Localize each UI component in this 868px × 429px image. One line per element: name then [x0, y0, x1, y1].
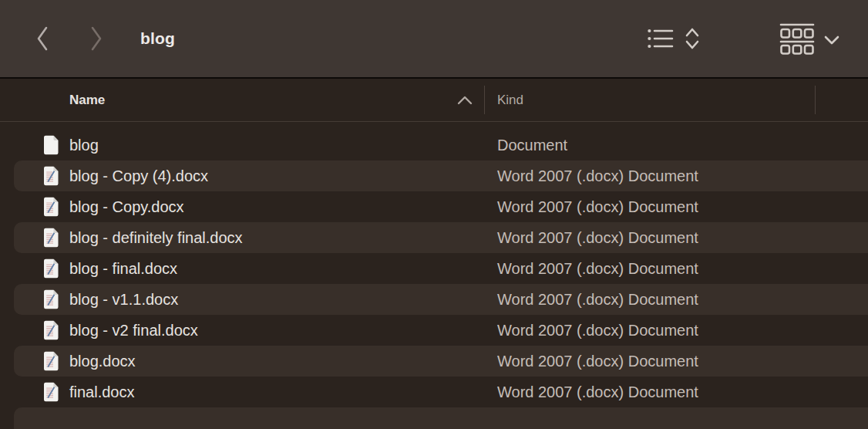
ruled-document-icon — [42, 197, 61, 218]
file-row[interactable]: blog - final.docx Word 2007 (.docx) Docu… — [0, 253, 868, 284]
file-kind: Word 2007 (.docx) Document — [497, 322, 698, 339]
ruled-document-icon — [42, 351, 61, 372]
blank-document-icon — [42, 135, 61, 156]
list-view-icon — [647, 27, 675, 50]
finder-window: blog — [0, 0, 868, 429]
column-divider[interactable] — [815, 86, 816, 114]
file-row[interactable]: blog - v2 final.docx Word 2007 (.docx) D… — [0, 315, 868, 346]
ruled-document-icon — [42, 382, 61, 403]
file-row[interactable]: blog - definitely final.docx Word 2007 (… — [0, 222, 868, 253]
view-mode-control[interactable] — [647, 26, 701, 51]
file-row[interactable]: final.docx Word 2007 (.docx) Document — [0, 377, 868, 407]
file-name: final.docx — [69, 383, 135, 401]
file-name: blog - Copy (4).docx — [69, 167, 208, 185]
file-row[interactable]: blog - Copy (4).docx Word 2007 (.docx) D… — [0, 160, 868, 191]
row-stripe — [14, 377, 868, 407]
file-row[interactable]: blog - v1.1.docx Word 2007 (.docx) Docum… — [0, 284, 868, 315]
file-name: blog - definitely final.docx — [69, 229, 243, 247]
chevron-down-icon — [823, 35, 840, 46]
column-header-kind[interactable]: Kind — [497, 93, 523, 108]
file-kind: Word 2007 (.docx) Document — [497, 260, 698, 278]
ruled-document-icon — [42, 228, 61, 248]
ruled-document-icon — [42, 382, 61, 403]
ruled-document-icon — [42, 320, 61, 341]
file-name: blog.docx — [69, 353, 136, 370]
file-name: blog - v1.1.docx — [69, 291, 178, 309]
sort-ascending-icon[interactable] — [456, 95, 473, 106]
empty-row — [0, 407, 868, 429]
window-title: blog — [140, 29, 175, 48]
file-row[interactable]: blog Document — [0, 130, 868, 160]
row-stripe — [14, 407, 868, 429]
ruled-document-icon — [42, 166, 61, 187]
group-grid-icon — [779, 22, 815, 55]
ruled-document-icon — [42, 166, 61, 187]
file-name: blog - v2 final.docx — [69, 322, 198, 339]
toolbar: blog — [0, 0, 868, 77]
blank-document-icon — [42, 135, 61, 156]
file-name: blog — [69, 137, 99, 154]
chevron-right-icon — [88, 25, 105, 52]
ruled-document-icon — [42, 320, 61, 341]
ruled-document-icon — [42, 351, 61, 372]
row-stripe — [14, 346, 868, 377]
file-kind: Word 2007 (.docx) Document — [497, 353, 698, 370]
ruled-document-icon — [42, 258, 61, 279]
file-row[interactable]: blog.docx Word 2007 (.docx) Document — [0, 346, 868, 377]
column-header-name[interactable]: Name — [69, 93, 105, 108]
file-row[interactable]: blog - Copy.docx Word 2007 (.docx) Docum… — [0, 191, 868, 222]
file-name: blog - Copy.docx — [69, 198, 184, 216]
column-divider[interactable] — [484, 86, 485, 114]
ruled-document-icon — [42, 258, 61, 279]
ruled-document-icon — [42, 228, 61, 248]
file-list: blog Document blog - Copy (4).docx Word … — [0, 122, 868, 429]
file-kind: Word 2007 (.docx) Document — [497, 383, 698, 401]
back-button[interactable] — [31, 23, 54, 54]
file-kind: Document — [497, 137, 567, 154]
file-kind: Word 2007 (.docx) Document — [497, 198, 698, 216]
ruled-document-icon — [42, 289, 61, 310]
group-by-control[interactable] — [779, 22, 840, 55]
file-name: blog - final.docx — [69, 260, 177, 278]
ruled-document-icon — [42, 289, 61, 310]
file-kind: Word 2007 (.docx) Document — [497, 167, 698, 185]
forward-button[interactable] — [85, 23, 108, 54]
column-header-row: Name Kind — [0, 79, 868, 122]
chevron-left-icon — [34, 25, 51, 52]
ruled-document-icon — [42, 197, 61, 218]
row-stripe — [14, 130, 868, 160]
file-kind: Word 2007 (.docx) Document — [497, 229, 698, 247]
chevrons-up-down-icon — [684, 26, 701, 51]
file-kind: Word 2007 (.docx) Document — [497, 291, 698, 309]
